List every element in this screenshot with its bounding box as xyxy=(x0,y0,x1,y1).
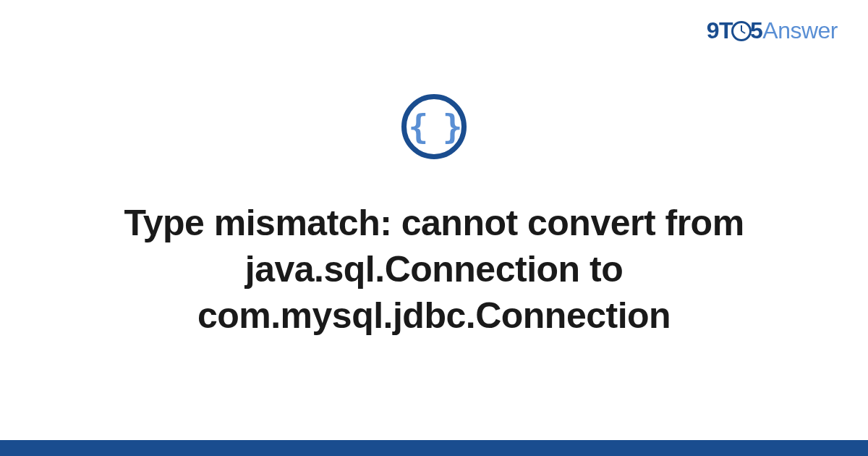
main-content: { } Type mismatch: cannot convert from j… xyxy=(0,94,868,339)
braces-glyph: { } xyxy=(408,110,459,143)
code-braces-icon: { } xyxy=(401,94,467,159)
logo-text-9t: 9T xyxy=(707,17,733,43)
page-title: Type mismatch: cannot convert from java.… xyxy=(87,200,781,339)
site-logo: 9T5Answer xyxy=(707,17,838,44)
footer-bar xyxy=(0,440,868,456)
clock-icon xyxy=(731,21,752,41)
logo-text-answer: Answer xyxy=(762,17,838,43)
logo-text-5: 5 xyxy=(750,17,762,43)
